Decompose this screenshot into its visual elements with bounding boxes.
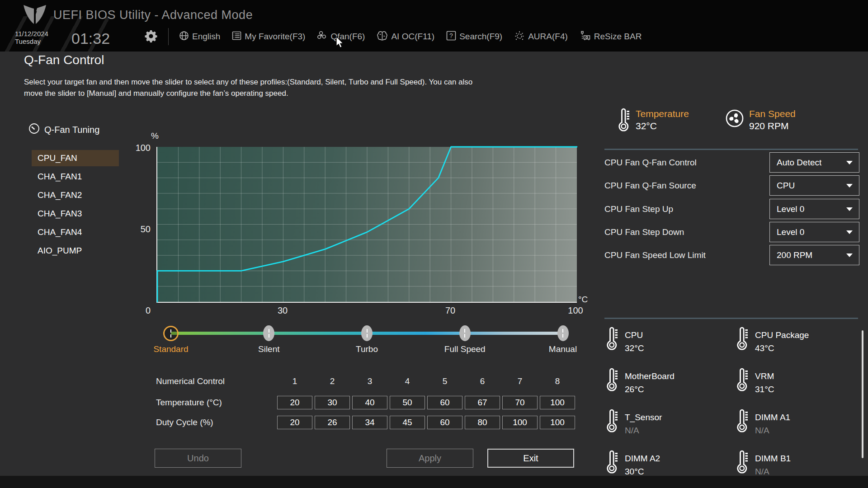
slider-knob-manual[interactable] [557,325,569,341]
slider-knob-silent[interactable] [263,325,274,341]
menu-item-aura[interactable]: AURA(F4) [514,30,568,43]
slider-knob-standard[interactable] [163,326,179,341]
date-display: 11/12/2024 Tuesday [15,30,48,45]
exit-button[interactable]: Exit [487,449,574,468]
temp-input-4[interactable]: 50 [390,396,425,409]
time-display: 01:32 [71,30,110,47]
duty-input-2[interactable]: 26 [315,416,350,429]
thermometer-icon [736,408,749,450]
slider-stop-turbo: Turbo [338,325,396,354]
slider-stop-standard: Standard [142,325,200,354]
undo-button[interactable]: Undo [155,449,241,468]
menu-item-search[interactable]: ? Search(F9) [446,31,502,43]
slider-label-silent: Silent [258,344,280,354]
menu-item-my-favorite[interactable]: My Favorite(F3) [232,31,305,42]
setting-label: CPU Fan Step Up [604,199,673,219]
duty-input-4[interactable]: 45 [390,416,425,429]
profile-slider: Standard Silent Turbo Full Speed Manual [171,325,563,353]
sensor-grid: CPU 32°C CPU Package 43°C MotherBoard 26… [606,326,859,488]
gpu-icon [580,30,591,43]
sensor-value: N/A [755,467,791,477]
sensor-value: 31°C [755,385,774,394]
gear-icon[interactable] [145,30,157,44]
numerical-control-label: Numerical Control [156,376,275,386]
sensor-name: DIMM A1 [755,413,790,422]
fan-item-cha-fan3[interactable]: CHA_FAN3 [32,206,119,222]
menu-label: My Favorite(F3) [245,32,305,42]
apply-button[interactable]: Apply [387,449,473,468]
temp-input-2[interactable]: 30 [315,396,350,409]
page-title: Q-Fan Control [24,53,104,67]
sensor-vrm: VRM 31°C [736,367,859,408]
setting-row-qfan-source: CPU Fan Q-Fan Source CPU [604,175,853,196]
menu-item-language[interactable]: English [179,31,220,43]
temperature-status-value: 32°C [636,121,657,131]
sensor-value: N/A [755,426,790,436]
menu-item-ai-oc[interactable]: AI OC(F11) [377,31,434,43]
fan-speed-status-value: 920 RPM [749,121,789,131]
setting-row-step-up: CPU Fan Step Up Level 0 [604,199,853,219]
menu-label: English [192,32,220,42]
divider [604,149,858,150]
slider-knob-full-speed[interactable] [459,325,471,341]
x-tick-30: 30 [269,305,296,316]
qfan-source-dropdown[interactable]: CPU [769,175,859,196]
dropdown-value: Level 0 [777,204,804,214]
fan-speed-icon [725,109,744,130]
sensor-name: CPU Package [755,330,809,340]
qfan-control-dropdown[interactable]: Auto Detect [769,152,859,173]
header-menu: English My Favorite(F3) Qfan( [179,26,642,47]
menu-label: AI OC(F11) [391,32,434,42]
fan-speed-status-label: Fan Speed [749,108,796,119]
slider-label-full-speed: Full Speed [444,344,486,354]
temp-input-8[interactable]: 100 [540,396,575,409]
step-up-dropdown[interactable]: Level 0 [769,199,859,219]
duty-input-3[interactable]: 34 [352,416,387,429]
temp-input-3[interactable]: 40 [352,396,387,409]
fan-item-cha-fan1[interactable]: CHA_FAN1 [32,169,119,185]
chevron-down-icon [846,161,853,164]
temp-input-1[interactable]: 20 [277,396,312,409]
fan-list: CPU_FAN CHA_FAN1 CHA_FAN2 CHA_FAN3 CHA_F… [32,150,119,261]
fan-item-aio-pump[interactable]: AIO_PUMP [32,243,119,259]
temperature-row: Temperature (°C) 20 30 40 50 60 67 70 10… [156,396,575,409]
thermometer-icon [736,326,749,367]
globe-icon [179,31,189,43]
col-header: 6 [465,376,500,386]
fan-item-cha-fan4[interactable]: CHA_FAN4 [32,224,119,240]
step-down-dropdown[interactable]: Level 0 [769,222,859,242]
menu-item-resize-bar[interactable]: ReSize BAR [580,30,642,43]
x-tick-70: 70 [437,305,464,316]
duty-input-5[interactable]: 60 [427,416,462,429]
col-header: 7 [502,376,538,386]
duty-cycle-row-label: Duty Cycle (%) [156,418,275,427]
dropdown-value: CPU [777,181,795,191]
header-separator [168,28,169,45]
duty-input-1[interactable]: 20 [277,416,312,429]
slider-knob-turbo[interactable] [361,325,373,341]
slider-stop-full-speed: Full Speed [435,325,494,354]
y-tick-100: 100 [130,143,151,153]
speed-low-limit-dropdown[interactable]: 200 RPM [769,245,859,265]
menu-label: AURA(F4) [528,32,568,42]
sensor-t-sensor: T_Sensor N/A [606,408,736,450]
asus-tuf-logo-icon [22,4,47,27]
temp-input-5[interactable]: 60 [427,396,462,409]
duty-input-6[interactable]: 80 [465,416,500,429]
fan-curve-chart [156,147,577,303]
duty-input-8[interactable]: 100 [540,416,575,429]
fan-item-cha-fan2[interactable]: CHA_FAN2 [32,187,119,203]
col-header: 4 [390,376,425,386]
menu-label: Qfan(F6) [330,32,365,42]
sensor-scrollbar[interactable] [862,330,863,458]
fan-settings: CPU Fan Q-Fan Control Auto Detect CPU Fa… [604,152,853,266]
temp-input-6[interactable]: 67 [465,396,500,409]
col-header: 3 [352,376,387,386]
duty-input-7[interactable]: 100 [502,416,538,429]
thermometer-icon [606,326,618,367]
temp-input-7[interactable]: 70 [502,396,538,409]
fan-item-cpu-fan[interactable]: CPU_FAN [32,150,119,166]
menu-item-qfan[interactable]: Qfan(F6) [317,30,365,43]
slider-label-turbo: Turbo [356,344,378,354]
qfan-tuning-button[interactable]: Q-Fan Tuning [28,123,99,136]
